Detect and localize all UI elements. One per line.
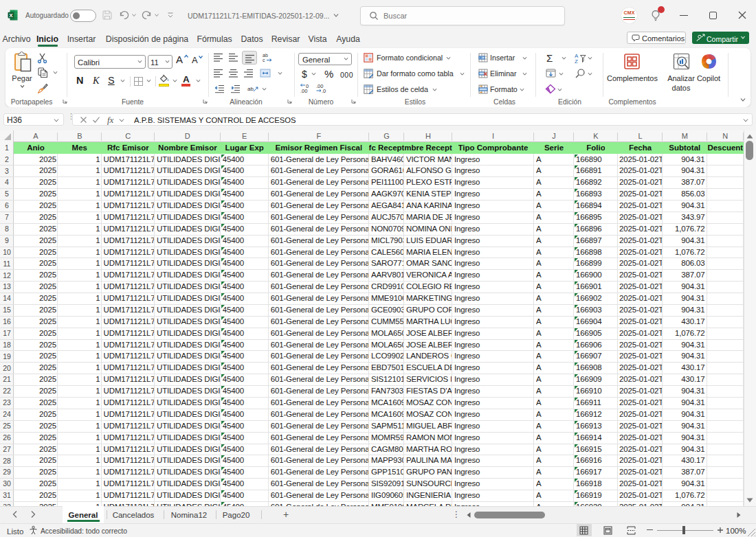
svg-text:X: X [9,12,13,19]
svg-text:.00: .00 [300,88,307,93]
svg-text:ab: ab [247,86,254,92]
svg-text:.0: .0 [322,88,326,93]
svg-text:c: c [263,58,265,62]
svg-text:Z: Z [575,58,578,63]
svg-text:ab: ab [263,53,268,58]
